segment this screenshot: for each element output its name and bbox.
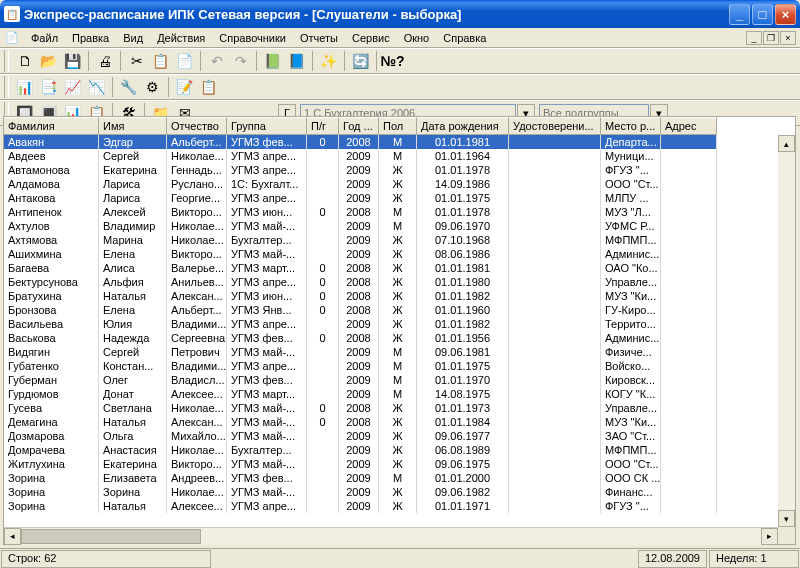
copy-button[interactable]: 📋 — [149, 50, 172, 72]
status-week: Неделя: 1 — [709, 550, 799, 568]
scroll-up[interactable]: ▴ — [778, 135, 795, 152]
vscroll[interactable]: ▴ ▾ — [778, 135, 795, 527]
grid-header: ФамилияИмяОтчествоГруппаП/гГод ...ПолДат… — [4, 117, 795, 135]
open-button[interactable]: 📂 — [37, 50, 60, 72]
table-row[interactable]: ДозмароваОльгаМихайло...УГМЗ май-...2009… — [4, 429, 795, 443]
mdi-restore[interactable]: ❐ — [763, 31, 779, 45]
table-row[interactable]: ЖитлухинаЕкатеринаВикторо...УГМЗ май-...… — [4, 457, 795, 471]
table-row[interactable]: ЗоринаНатальяАлексее...УГМЗ апре...2009Ж… — [4, 499, 795, 513]
t2-b1[interactable]: 📊 — [13, 76, 36, 98]
table-row[interactable]: АнтаковаЛарисаГеоргие...УГМЗ апре...2009… — [4, 191, 795, 205]
book2-button[interactable]: 📘 — [285, 50, 308, 72]
table-row[interactable]: АлдамоваЛарисаРуслано...1С: Бухгалт...20… — [4, 177, 795, 191]
statusbar: Строк: 62 12.08.2009 Неделя: 1 — [0, 548, 800, 568]
table-row[interactable]: ВасильеваЮлияВладими...УГМЗ апре...2009Ж… — [4, 317, 795, 331]
table-row[interactable]: ДемагинаНатальяАлексан...УГМЗ май-...020… — [4, 415, 795, 429]
table-row[interactable]: АвтамоноваЕкатеринаГеннадь...УГМЗ апре..… — [4, 163, 795, 177]
mdi-close[interactable]: × — [780, 31, 796, 45]
wand-button[interactable]: ✨ — [317, 50, 340, 72]
menu-Вид[interactable]: Вид — [116, 30, 150, 46]
table-row[interactable]: ГуберманОлегВладисл...УГМЗ фев...2009М01… — [4, 373, 795, 387]
col-pg[interactable]: П/г — [307, 117, 339, 135]
t2-b7[interactable]: 📝 — [173, 76, 196, 98]
table-row[interactable]: ГусеваСветланаНиколае...УГМЗ май-...0200… — [4, 401, 795, 415]
menu-Отчеты[interactable]: Отчеты — [293, 30, 345, 46]
table-row[interactable]: ЗоринаЕлизаветаАндреев...УГМЗ фев...2009… — [4, 471, 795, 485]
mdi-minimize[interactable]: _ — [746, 31, 762, 45]
status-date: 12.08.2009 — [638, 550, 707, 568]
menu-Файл[interactable]: Файл — [24, 30, 65, 46]
table-row[interactable]: БектурсуноваАльфияАнильев...УГМЗ апре...… — [4, 275, 795, 289]
table-row[interactable]: БронзоваЕленаАльберт...УГМЗ Янв...02008Ж… — [4, 303, 795, 317]
t2-b2[interactable]: 📑 — [37, 76, 60, 98]
t2-b5[interactable]: 🔧 — [117, 76, 140, 98]
table-row[interactable]: БагаеваАлисаВалерье...УГМЗ март...02008Ж… — [4, 261, 795, 275]
table-row[interactable]: АхтямоваМаринаНиколае...Бухгалтер...2009… — [4, 233, 795, 247]
hscroll-thumb[interactable] — [21, 529, 201, 544]
window-title: Экспресс-расписание ИПК Сетевая версия -… — [24, 7, 461, 22]
app-icon: 📋 — [4, 6, 20, 22]
save-button[interactable]: 💾 — [61, 50, 84, 72]
col-patr[interactable]: Отчество — [167, 117, 227, 135]
t2-b3[interactable]: 📈 — [61, 76, 84, 98]
col-fam[interactable]: Фамилия — [4, 117, 99, 135]
table-row[interactable]: АхтуловВладимирНиколае...УГМЗ май-...200… — [4, 219, 795, 233]
titlebar: 📋 Экспресс-расписание ИПК Сетевая версия… — [0, 0, 800, 28]
toolbar-2: 📊 📑 📈 📉 🔧 ⚙ 📝 📋 — [0, 74, 800, 100]
toolbar-1: 🗋 📂 💾 🖨 ✂ 📋 📄 ↶ ↷ 📗 📘 ✨ 🔄 №? — [0, 48, 800, 74]
table-row[interactable]: ЗоринаЗоринаНиколае...УГМЗ май-...2009Ж0… — [4, 485, 795, 499]
col-grp[interactable]: Группа — [227, 117, 307, 135]
refresh-button[interactable]: 🔄 — [349, 50, 372, 72]
print-button[interactable]: 🖨 — [93, 50, 116, 72]
t2-b6[interactable]: ⚙ — [141, 76, 164, 98]
menu-Справочники[interactable]: Справочники — [212, 30, 293, 46]
maximize-button[interactable]: □ — [752, 4, 773, 25]
close-button[interactable]: × — [775, 4, 796, 25]
mdi-icon: 📄 — [4, 30, 20, 46]
col-sex[interactable]: Пол — [379, 117, 417, 135]
minimize-button[interactable]: _ — [729, 4, 750, 25]
table-row[interactable]: ВидягинСергейПетровичУГМЗ май-...2009М09… — [4, 345, 795, 359]
table-row[interactable]: ГурдюмовДонатАлексее...УГМЗ март...2009М… — [4, 387, 795, 401]
new-button[interactable]: 🗋 — [13, 50, 36, 72]
col-addr[interactable]: Адрес — [661, 117, 717, 135]
book1-button[interactable]: 📗 — [261, 50, 284, 72]
col-cert[interactable]: Удостоверени... — [509, 117, 601, 135]
menu-Правка[interactable]: Правка — [65, 30, 116, 46]
scroll-right[interactable]: ▸ — [761, 528, 778, 545]
table-row[interactable]: АнтипенокАлексейВикторо...УГМЗ июн...020… — [4, 205, 795, 219]
table-row[interactable]: ДомрачеваАнастасияНиколае...Бухгалтер...… — [4, 443, 795, 457]
data-grid[interactable]: ФамилияИмяОтчествоГруппаП/гГод ...ПолДат… — [3, 116, 796, 545]
col-name[interactable]: Имя — [99, 117, 167, 135]
table-row[interactable]: БратухинаНатальяАлексан...УГМЗ июн...020… — [4, 289, 795, 303]
col-place[interactable]: Место р... — [601, 117, 661, 135]
t2-b4[interactable]: 📉 — [85, 76, 108, 98]
table-row[interactable]: АвдеевСергейНиколае...УГМЗ апре...2009М0… — [4, 149, 795, 163]
undo-button[interactable]: ↶ — [205, 50, 228, 72]
paste-button[interactable]: 📄 — [173, 50, 196, 72]
menu-Сервис[interactable]: Сервис — [345, 30, 397, 46]
menu-Справка[interactable]: Справка — [436, 30, 493, 46]
col-year[interactable]: Год ... — [339, 117, 379, 135]
scroll-left[interactable]: ◂ — [4, 528, 21, 545]
table-row[interactable]: ВаськоваНадеждаСергеевнаУГМЗ фев...02008… — [4, 331, 795, 345]
cut-button[interactable]: ✂ — [125, 50, 148, 72]
table-row[interactable]: АвакянЭдгарАльберт...УГМЗ фев...02008М01… — [4, 135, 795, 149]
t2-b8[interactable]: 📋 — [197, 76, 220, 98]
scroll-down[interactable]: ▾ — [778, 510, 795, 527]
hscroll[interactable]: ◂ ▸ — [4, 527, 778, 544]
table-row[interactable]: ГубатенкоКонстан...Владими...УГМЗ апре..… — [4, 359, 795, 373]
menu-Окно[interactable]: Окно — [397, 30, 437, 46]
table-row[interactable]: АшихминаЕленаВикторо...УГМЗ май-...2009Ж… — [4, 247, 795, 261]
redo-button[interactable]: ↷ — [229, 50, 252, 72]
help-what-button[interactable]: №? — [381, 50, 404, 72]
menu-Действия[interactable]: Действия — [150, 30, 212, 46]
col-dob[interactable]: Дата рождения — [417, 117, 509, 135]
status-rows: Строк: 62 — [1, 550, 211, 568]
menubar: 📄 ФайлПравкаВидДействияСправочникиОтчеты… — [0, 28, 800, 48]
